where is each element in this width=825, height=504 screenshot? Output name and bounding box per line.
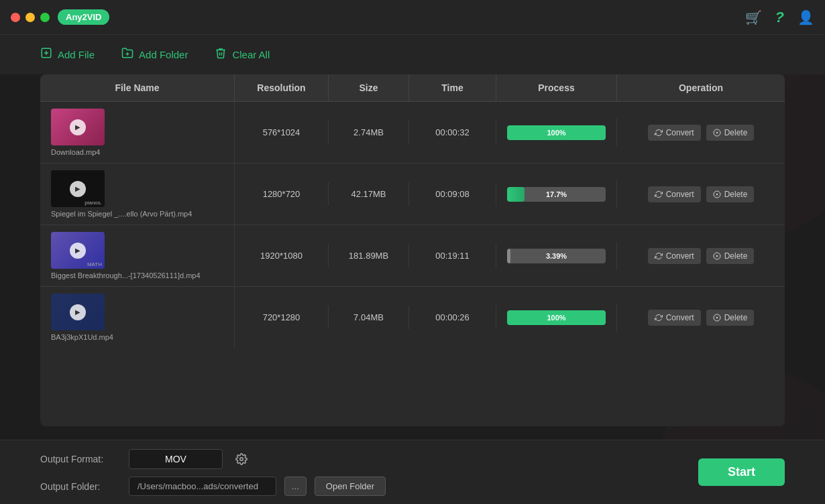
filename-2: Spiegel im Spiegel _....ello (Arvo Pärt)… — [51, 210, 192, 218]
progress-text-1: 100% — [547, 129, 565, 137]
time-1: 00:00:32 — [409, 121, 496, 144]
clear-all-button[interactable]: Clear All — [215, 47, 270, 62]
progress-bar-container-4: 100% — [507, 310, 606, 325]
resolution-4: 720*1280 — [235, 306, 329, 329]
delete-icon-4 — [713, 314, 721, 322]
table-row: ▶ pianos. Spiegel im Spiegel _....ello (… — [40, 164, 785, 225]
add-folder-label: Add Folder — [139, 49, 188, 60]
progress-cell-2: 17.7% — [496, 180, 617, 208]
operation-cell-1: Convert Delete — [617, 118, 785, 147]
add-file-icon — [40, 47, 52, 62]
time-2: 00:09:08 — [409, 182, 496, 206]
table-row: ▶ MATH Biggest Breakthrough...-[17340526… — [40, 225, 785, 287]
toolbar: Add File Add Folder Clear A — [0, 35, 825, 74]
main-content: File Name Resolution Size Time Process O… — [0, 74, 825, 440]
output-folder-input[interactable] — [129, 477, 276, 496]
operation-cell-4: Convert Delete — [617, 303, 785, 332]
delete-icon-1 — [713, 129, 721, 137]
svg-point-17 — [240, 458, 243, 461]
convert-icon-1 — [655, 129, 663, 137]
add-folder-icon — [121, 47, 133, 62]
progress-cell-1: 100% — [496, 119, 617, 147]
progress-bar-fill-2 — [507, 187, 525, 202]
help-icon[interactable]: ? — [775, 9, 784, 26]
minimize-button[interactable] — [25, 13, 35, 22]
clear-all-label: Clear All — [232, 49, 270, 60]
app-logo: Any2VID — [58, 9, 109, 25]
play-button-2[interactable]: ▶ — [70, 181, 86, 197]
start-button[interactable]: Start — [698, 458, 785, 486]
progress-bar-container-1: 100% — [507, 125, 606, 140]
user-icon[interactable]: 👤 — [798, 9, 814, 25]
output-format-row: Output Format: — [40, 448, 658, 470]
add-file-label: Add File — [58, 49, 95, 60]
filename-4: BA3j3kpX1Ud.mp4 — [51, 333, 113, 341]
thumbnail-3: ▶ MATH — [51, 232, 105, 269]
thumb-text-2: pianos. — [85, 200, 102, 206]
col-operation: Operation — [617, 74, 785, 101]
resolution-3: 1920*1080 — [235, 244, 329, 267]
progress-text-2: 17.7% — [546, 190, 567, 198]
convert-button-3[interactable]: Convert — [648, 248, 701, 264]
progress-text-3: 3.39% — [546, 252, 567, 260]
convert-icon-4 — [655, 314, 663, 322]
table-header: File Name Resolution Size Time Process O… — [40, 74, 785, 102]
output-folder-label: Output Folder: — [40, 481, 121, 492]
size-2: 42.17MB — [329, 182, 409, 206]
delete-button-3[interactable]: Delete — [706, 248, 755, 264]
file-cell-1: ▶ Download.mp4 — [40, 102, 235, 163]
add-file-button[interactable]: Add File — [40, 47, 95, 62]
progress-text-4: 100% — [547, 314, 565, 322]
col-resolution: Resolution — [235, 74, 329, 101]
maximize-button[interactable] — [40, 13, 50, 22]
bottom-bar: Output Format: Output Folder: ... Open F… — [0, 440, 825, 504]
size-3: 181.89MB — [329, 244, 409, 267]
table-body: ▶ Download.mp4 576*1024 2.74MB 00:00:32 … — [40, 102, 785, 426]
delete-button-4[interactable]: Delete — [706, 310, 755, 326]
table-row: ▶ Download.mp4 576*1024 2.74MB 00:00:32 … — [40, 102, 785, 164]
progress-bar-fill-3 — [507, 249, 510, 263]
progress-bar-container-2: 17.7% — [507, 187, 606, 202]
convert-icon-2 — [655, 190, 663, 198]
col-size: Size — [329, 74, 409, 101]
filename-3: Biggest Breakthrough...-[17340526111]d.m… — [51, 271, 201, 279]
settings-button[interactable] — [231, 448, 252, 470]
thumb-text-3: MATH — [87, 261, 102, 267]
gear-icon — [235, 453, 248, 465]
delete-icon-2 — [713, 190, 721, 198]
add-folder-button[interactable]: Add Folder — [121, 47, 188, 62]
thumbnail-1: ▶ — [51, 109, 105, 145]
convert-button-4[interactable]: Convert — [648, 310, 701, 326]
file-cell-3: ▶ MATH Biggest Breakthrough...-[17340526… — [40, 225, 235, 286]
title-bar-left: Any2VID — [11, 9, 109, 25]
delete-icon-3 — [713, 252, 721, 260]
output-folder-row: Output Folder: ... Open Folder — [40, 477, 658, 496]
cart-icon[interactable]: 🛒 — [745, 9, 762, 25]
play-button-4[interactable]: ▶ — [70, 304, 86, 320]
table-row: ▶ BA3j3kpX1Ud.mp4 720*1280 7.04MB 00:00:… — [40, 287, 785, 348]
convert-button-2[interactable]: Convert — [648, 186, 701, 202]
time-3: 00:19:11 — [409, 244, 496, 267]
filename-1: Download.mp4 — [51, 148, 100, 156]
trash-icon — [215, 47, 227, 62]
more-options-button[interactable]: ... — [284, 477, 307, 496]
output-format-input[interactable] — [129, 449, 223, 469]
size-4: 7.04MB — [329, 306, 409, 329]
time-4: 00:00:26 — [409, 306, 496, 329]
convert-button-1[interactable]: Convert — [648, 125, 701, 141]
open-folder-button[interactable]: Open Folder — [315, 477, 386, 496]
size-1: 2.74MB — [329, 121, 409, 144]
convert-icon-3 — [655, 252, 663, 260]
resolution-1: 576*1024 — [235, 121, 329, 144]
output-format-label: Output Format: — [40, 454, 121, 464]
title-bar-right: 🛒 ? 👤 — [745, 9, 814, 26]
delete-button-1[interactable]: Delete — [706, 125, 755, 141]
close-button[interactable] — [11, 13, 20, 22]
play-button-3[interactable]: ▶ — [70, 243, 86, 259]
delete-button-2[interactable]: Delete — [706, 186, 755, 202]
col-filename: File Name — [40, 74, 235, 101]
thumbnail-2: ▶ pianos. — [51, 170, 105, 207]
file-table: File Name Resolution Size Time Process O… — [40, 74, 785, 426]
play-button-1[interactable]: ▶ — [70, 119, 86, 135]
resolution-2: 1280*720 — [235, 182, 329, 206]
